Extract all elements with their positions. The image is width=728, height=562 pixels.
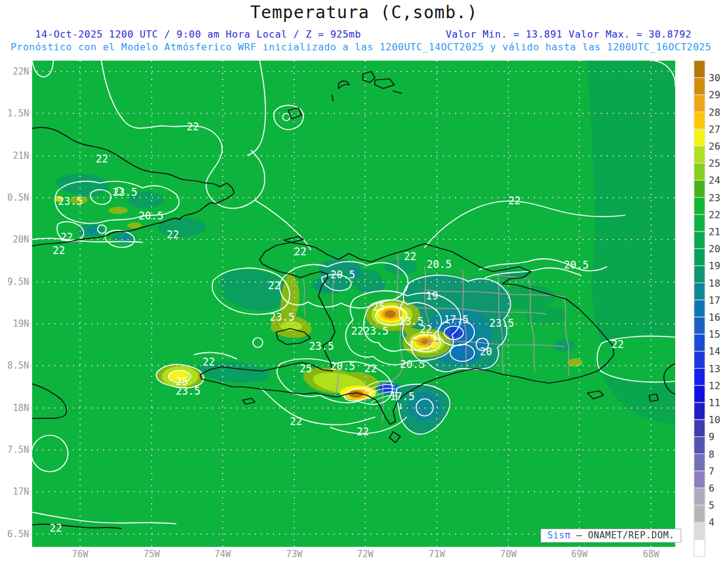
contour-label: 22 <box>290 415 302 427</box>
x-tick-label: 68W <box>642 549 659 560</box>
y-axis-labels: 22N1.5N21N0.5N20N9.5N19N8.5N18N7.5N17N6.… <box>7 66 29 540</box>
colorbar-segment <box>694 249 705 266</box>
x-axis-labels: 76W75W74W73W72W71W70W69W68W <box>72 549 659 560</box>
colorbar-label: 19 <box>709 260 720 272</box>
contour-label: 23.5 <box>270 311 295 323</box>
contour-label: 22 <box>351 325 363 337</box>
colorbar-segment <box>694 232 705 249</box>
contour-label: 22 <box>187 121 199 133</box>
colorbar-segment <box>694 540 705 557</box>
x-tick-label: 74W <box>214 549 231 560</box>
contour-label: 22 <box>420 323 432 335</box>
colorbar-label: 21 <box>709 226 720 238</box>
contour-label: 23.5 <box>309 340 334 352</box>
colorbar-segment <box>694 386 705 403</box>
colorbar-segment <box>694 283 705 300</box>
colorbar-label: 30 <box>709 72 720 84</box>
colorbar-label: 9 <box>709 431 715 443</box>
y-tick-label: 19N <box>13 318 29 329</box>
colorbar-segment <box>694 198 705 215</box>
y-tick-label: 18N <box>13 403 29 413</box>
attribution-text: – ONAMET/REP.DOM. <box>570 530 675 541</box>
contour-label: 22 <box>404 250 416 263</box>
colorbar-segment <box>694 300 705 317</box>
colorbar-segment <box>694 522 705 539</box>
contour-label: 23.5 <box>364 325 389 337</box>
colorbar-label: 8 <box>709 449 715 460</box>
contour-label: 23.5 <box>58 195 83 207</box>
y-tick-label: 0.5N <box>7 192 29 203</box>
y-tick-label: 17N <box>13 486 29 497</box>
temperature-map: 222223.523.520.5222222222220.52220.52220… <box>0 0 728 562</box>
colorbar-label: 18 <box>709 278 720 289</box>
contour-label: 22 <box>294 246 306 258</box>
contour-label: 25 <box>372 301 385 313</box>
colorbar-segment <box>694 129 705 146</box>
contour-label: 22 <box>357 426 369 438</box>
y-tick-label: 22N <box>13 66 29 77</box>
colorbar: 3029282726252423222120191817161514131211… <box>694 61 720 557</box>
x-tick-label: 71W <box>428 549 445 560</box>
colorbar-segment <box>694 351 705 368</box>
valid-time-text: 14-Oct-2025 1200 UTC / 9:00 am Hora Loca… <box>35 28 361 40</box>
hot-spot <box>385 310 396 318</box>
colorbar-segment <box>694 334 705 351</box>
contour-label: 22 <box>508 195 521 207</box>
y-tick-label: 20N <box>13 234 29 245</box>
patch <box>568 358 582 367</box>
colorbar-segment <box>694 215 705 232</box>
x-tick-label: 75W <box>143 549 160 560</box>
sispi-logo: Sis <box>547 530 565 541</box>
y-tick-label: 1.5N <box>7 108 29 119</box>
colorbar-segment <box>694 163 705 180</box>
colorbar-label: 16 <box>709 312 720 323</box>
colorbar-segment <box>694 403 705 420</box>
x-tick-label: 70W <box>500 549 517 560</box>
contour-label: 25 <box>176 375 188 387</box>
contour-label: 20.5 <box>427 258 452 270</box>
contour-label: 22 <box>612 338 624 350</box>
patch <box>123 234 130 241</box>
colorbar-label: 4 <box>709 517 715 528</box>
attribution-badge: Sisπ – ONAMET/REP.DOM. <box>541 529 681 543</box>
y-tick-label: 7.5N <box>7 444 29 455</box>
contour-label: 22 <box>96 153 108 165</box>
y-tick-label: 6.5N <box>7 529 29 540</box>
contour-label: 23.5 <box>113 186 138 198</box>
contour-label: 20.5 <box>564 259 589 271</box>
contour-label: 22 <box>53 244 65 256</box>
wrf-temperature-map-page: Temperatura (C,somb.) 14-Oct-2025 1200 U… <box>0 0 728 562</box>
colorbar-label: 12 <box>709 380 720 392</box>
contour-label: 22 <box>268 279 280 292</box>
colorbar-segment <box>694 488 705 505</box>
colorbar-segment <box>694 146 705 163</box>
contour-label: 23.5 <box>490 317 514 329</box>
contour-label: 20 <box>480 346 492 358</box>
colorbar-segment <box>694 61 705 78</box>
colorbar-label: 23 <box>709 192 720 204</box>
contour-label: 20.5 <box>139 210 164 222</box>
colorbar-label: 29 <box>709 89 720 101</box>
x-tick-label: 76W <box>72 549 89 560</box>
patch <box>109 207 128 214</box>
colorbar-label: 15 <box>709 329 720 340</box>
colorbar-label: 14 <box>709 346 720 357</box>
y-tick-label: 21N <box>13 150 29 161</box>
colorbar-label: 24 <box>709 175 720 186</box>
model-run-text: Pronóstico con el Modelo Atmósferico WRF… <box>0 41 722 53</box>
colorbar-segment <box>694 266 705 283</box>
colorbar-label: 17 <box>709 295 720 306</box>
colorbar-segment <box>694 420 705 437</box>
contour-label: 22 <box>61 231 73 243</box>
contour-label: 22 <box>365 363 377 375</box>
page-title: Temperatura (C,somb.) <box>0 2 728 22</box>
contour-label: 20.5 <box>331 269 356 281</box>
colorbar-label: 25 <box>709 158 720 169</box>
colorbar-label: 13 <box>709 363 720 375</box>
contour-label: 19 <box>426 290 438 302</box>
colorbar-label: 20 <box>709 243 720 255</box>
y-tick-label: 9.5N <box>7 276 29 287</box>
contour-label: ↓ <box>397 400 403 412</box>
colorbar-label: 10 <box>709 414 720 426</box>
min-max-values-text: Valor Min. = 13.891 Valor Max. = 30.8792 <box>446 28 692 40</box>
